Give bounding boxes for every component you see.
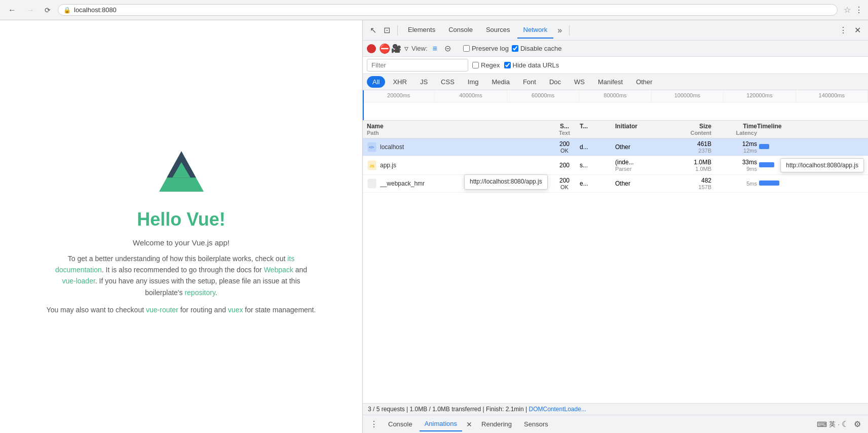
table-row[interactable]: __webpack_hmr 200 OK e... Other 482 157B… <box>363 175 868 193</box>
bottom-tab-rendering[interactable]: Rendering <box>476 417 517 431</box>
toolbar-divider2 <box>569 25 570 35</box>
address-bar[interactable]: 🔒 localhost:8080 <box>58 4 838 16</box>
bottom-tab-sensors[interactable]: Sensors <box>519 417 553 431</box>
type-filter-ws[interactable]: WS <box>569 76 590 88</box>
tooltip-box: http://localhost:8080/app.js <box>780 158 864 172</box>
ime-dot: · <box>838 420 840 428</box>
camera-button[interactable]: 🎥 <box>391 44 401 53</box>
network-toolbar: ⛔ 🎥 ▿ View: ≡ ⊝ Preserve log Disable cac… <box>363 41 868 57</box>
clear-button[interactable]: ⛔ <box>379 44 388 53</box>
ime-lang-label: 英 <box>829 420 836 429</box>
cursor-tool-button[interactable]: ↖ <box>367 23 380 37</box>
device-tool-button[interactable]: ⊡ <box>381 23 393 37</box>
group-view-button[interactable]: ⊝ <box>442 43 453 54</box>
devtools-menu-button[interactable]: ⋮ <box>836 23 850 37</box>
type-filter-xhr[interactable]: XHR <box>387 76 412 88</box>
forward-button[interactable]: → <box>23 5 37 16</box>
row-name-path: __webpack_hmr <box>380 180 425 187</box>
domcontent-loaded-link[interactable]: DOMContentLoade... <box>529 406 586 413</box>
row-time: 5ms <box>711 181 757 187</box>
type-filter-media[interactable]: Media <box>486 76 515 88</box>
type-filter-bar: AllXHRJSCSSImgMediaFontDocWSManifestOthe… <box>363 74 868 90</box>
record-button[interactable] <box>367 44 376 53</box>
tab-sources[interactable]: Sources <box>480 22 516 39</box>
disable-cache-label[interactable]: Disable cache <box>512 45 562 52</box>
extensions-button[interactable]: ⋮ <box>855 5 863 15</box>
type-filter-js[interactable]: JS <box>414 76 433 88</box>
timeline-area: 20000ms40000ms60000ms80000ms100000ms1200… <box>363 90 868 121</box>
col-header-initiator: Initiator <box>615 123 666 136</box>
devtools-toolbar: ↖ ⊡ Elements Console Sources Network » ⋮… <box>363 20 868 41</box>
row-name: localhost <box>380 143 404 151</box>
repository-link[interactable]: repository <box>184 288 215 297</box>
row-name-cell: </> localhost <box>367 142 549 152</box>
row-timeline <box>757 180 864 187</box>
row-name: app.js <box>380 162 396 169</box>
row-time: 33ms 9ms <box>711 159 757 172</box>
filter-row: Regex Hide data URLs <box>363 57 868 74</box>
row-icon-other <box>367 178 377 189</box>
timeline-tick: 140000ms <box>796 90 868 102</box>
bottom-tab-console[interactable]: Console <box>383 417 418 431</box>
row-timeline <box>757 162 776 169</box>
type-filter-all[interactable]: All <box>367 76 385 88</box>
view-label: View: <box>411 45 428 52</box>
list-view-button[interactable]: ≡ <box>431 43 439 54</box>
type-filter-font[interactable]: Font <box>517 76 542 88</box>
bottom-tab-animations[interactable]: Animations <box>420 417 462 431</box>
type-filter-manifest[interactable]: Manifest <box>592 76 628 88</box>
timeline-tick: 60000ms <box>507 90 579 102</box>
vue-router-link[interactable]: vue-router <box>146 306 178 314</box>
svg-rect-8 <box>368 179 376 188</box>
preserve-log-label[interactable]: Preserve log <box>463 45 509 52</box>
row-initiator: Other <box>615 180 666 187</box>
bottom-menu-button[interactable]: ⋮ <box>367 417 381 431</box>
tab-console[interactable]: Console <box>442 22 479 39</box>
filter-input[interactable] <box>367 59 468 71</box>
devtools-close-button[interactable]: ✕ <box>851 23 864 37</box>
timeline-cursor <box>363 90 364 120</box>
webpack-link[interactable]: Webpack <box>264 266 293 274</box>
hide-data-urls-label[interactable]: Hide data URLs <box>504 61 559 69</box>
status-bar: 3 / 5 requests | 1.0MB / 1.0MB transferr… <box>363 403 868 415</box>
theme-toggle-icon[interactable]: ☾ <box>842 419 849 429</box>
svg-text:JS: JS <box>369 164 374 168</box>
back-button[interactable]: ← <box>5 5 19 16</box>
table-row[interactable]: </> localhost 200 OK d... Other 461B 237… <box>363 138 868 156</box>
vuex-link[interactable]: vuex <box>228 306 243 314</box>
tab-elements[interactable]: Elements <box>402 22 441 39</box>
type-filter-img[interactable]: Img <box>462 76 484 88</box>
toolbar-divider <box>397 25 398 35</box>
its-documentation-link[interactable]: its documentation <box>55 255 294 274</box>
row-size: 482 157B <box>666 177 711 190</box>
bookmark-button[interactable]: ☆ <box>844 5 851 15</box>
settings-icon[interactable]: ⚙ <box>851 417 864 431</box>
page-content: Hello Vue! Welcome to your Vue.js app! T… <box>0 20 362 433</box>
col-header-size: Size Content <box>666 123 711 136</box>
more-tabs-button[interactable]: » <box>554 24 565 37</box>
type-filter-doc[interactable]: Doc <box>544 76 567 88</box>
disable-cache-checkbox[interactable] <box>512 45 518 52</box>
hide-data-urls-checkbox[interactable] <box>504 62 511 68</box>
close-animations-tab-button[interactable]: ✕ <box>464 419 474 429</box>
col-header-time: Time Latency <box>711 123 757 136</box>
reload-button[interactable]: ⟳ <box>42 5 54 15</box>
regex-label[interactable]: Regex <box>472 61 500 69</box>
row-timeline <box>757 143 864 151</box>
timeline-bar <box>759 144 769 149</box>
preserve-log-checkbox[interactable] <box>463 45 470 52</box>
page-desc1: To get a better understanding of how thi… <box>50 253 313 299</box>
vue-loader-link[interactable]: vue-loader <box>62 277 95 285</box>
col-header-type: T... <box>580 123 615 136</box>
tab-network[interactable]: Network <box>517 22 554 39</box>
keyboard-icon: ⌨ <box>817 420 827 428</box>
filter-button[interactable]: ▿ <box>404 44 408 53</box>
row-initiator: Other <box>615 143 666 151</box>
type-filter-css[interactable]: CSS <box>435 76 460 88</box>
url-text: localhost:8080 <box>74 6 832 14</box>
regex-checkbox[interactable] <box>472 62 479 68</box>
type-filter-other[interactable]: Other <box>630 76 658 88</box>
row-size: 1.0MB 1.0MB <box>666 159 711 172</box>
table-row[interactable]: JS app.js 200 s... (inde... Parser 1.0MB… <box>363 156 868 175</box>
row-status: 200 <box>549 162 580 169</box>
